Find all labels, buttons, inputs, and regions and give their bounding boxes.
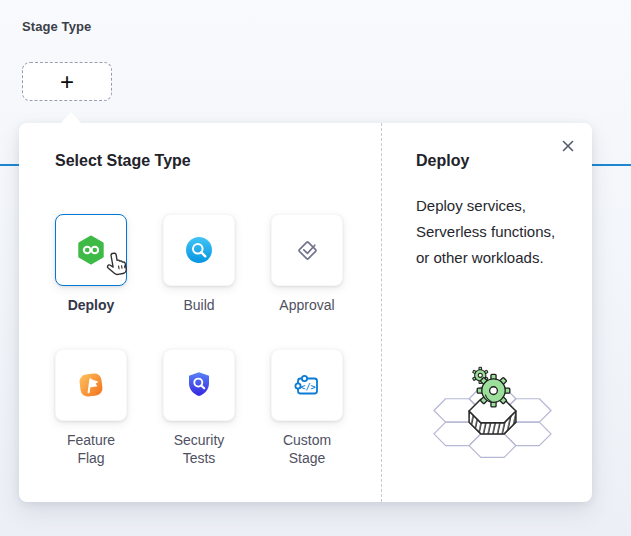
page-background: { "header": { "stage_type_label": "Stage… — [0, 0, 631, 536]
plus-icon: + — [60, 68, 74, 96]
detail-description-line: Deploy services, — [416, 193, 594, 219]
stage-cell-security-tests: Security Tests — [163, 349, 235, 484]
popover-caret — [60, 112, 82, 124]
close-button[interactable] — [557, 135, 579, 157]
stage-type-grid: Deploy Build — [55, 214, 343, 484]
detail-description: Deploy services, Serverless functions, o… — [416, 193, 594, 271]
stage-label-deploy: Deploy — [68, 296, 115, 314]
close-icon — [559, 137, 577, 155]
feature-flag-icon — [75, 369, 107, 401]
stage-cell-build: Build — [163, 214, 235, 349]
select-stage-popover: Select Stage Type Deploy — [19, 123, 592, 502]
stage-type-label: Stage Type — [22, 19, 91, 34]
stage-cell-deploy: Deploy — [55, 214, 127, 349]
build-circle-icon — [183, 234, 215, 266]
stage-label-approval: Approval — [279, 296, 334, 314]
stage-label-build: Build — [183, 296, 214, 314]
stage-cell-approval: Approval — [271, 214, 343, 349]
stage-cell-custom-stage: </> Custom Stage — [271, 349, 343, 484]
stage-card-custom-stage[interactable]: </> — [271, 349, 343, 421]
pane-divider — [381, 123, 382, 502]
popover-title: Select Stage Type — [55, 152, 191, 170]
approval-diamond-icon — [291, 234, 324, 267]
stage-cell-feature-flag: Feature Flag — [55, 349, 127, 484]
security-shield-icon — [183, 369, 215, 401]
hexagon-gear-illustration — [409, 361, 577, 463]
stage-card-feature-flag[interactable] — [55, 349, 127, 421]
stage-card-deploy[interactable] — [55, 214, 127, 286]
stage-card-build[interactable] — [163, 214, 235, 286]
detail-title: Deploy — [416, 152, 469, 170]
stage-card-approval[interactable] — [271, 214, 343, 286]
detail-description-line: or other workloads. — [416, 245, 594, 271]
detail-description-line: Serverless functions, — [416, 219, 594, 245]
stage-label-security-tests: Security Tests — [163, 431, 235, 467]
stage-label-custom-stage: Custom Stage — [271, 431, 343, 467]
svg-text:</>: </> — [300, 381, 315, 391]
add-stage-button[interactable]: + — [22, 62, 112, 101]
stage-label-feature-flag: Feature Flag — [55, 431, 127, 467]
custom-stage-icon: </> — [291, 369, 324, 402]
deploy-hexagon-icon — [75, 234, 107, 266]
stage-card-security-tests[interactable] — [163, 349, 235, 421]
